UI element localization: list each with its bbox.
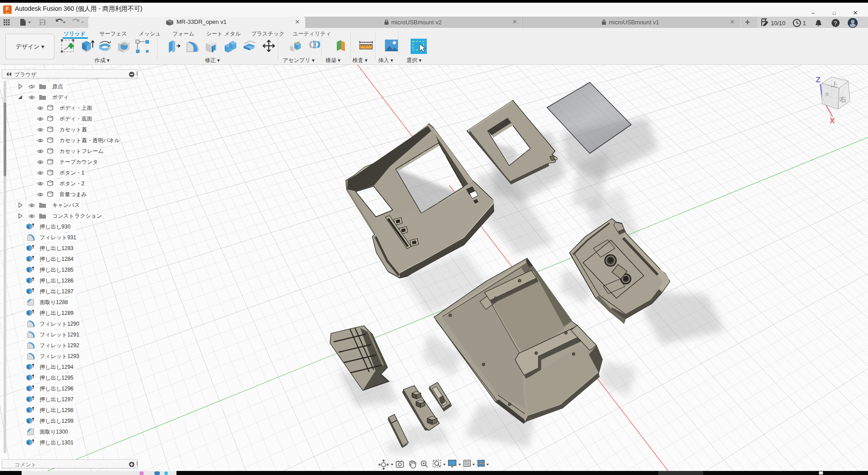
svg-text:右: 右 <box>839 95 846 103</box>
svg-text:Z: Z <box>816 76 820 84</box>
svg-text:1: 1 <box>803 20 806 27</box>
svg-text:上: 上 <box>831 80 838 89</box>
svg-text:X: X <box>830 117 835 125</box>
svg-text:10/10: 10/10 <box>771 20 786 27</box>
svg-text:?: ? <box>834 20 837 27</box>
